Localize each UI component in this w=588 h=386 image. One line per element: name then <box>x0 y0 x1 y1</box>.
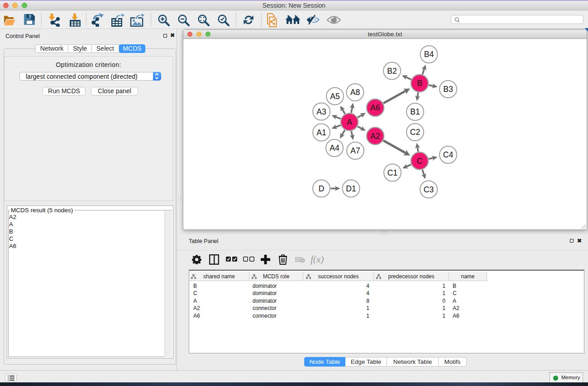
svg-text:A2: A2 <box>370 132 380 141</box>
svg-text:B: B <box>417 79 422 88</box>
svg-text:A: A <box>347 118 352 127</box>
svg-text:A8: A8 <box>350 88 360 97</box>
svg-text:B3: B3 <box>443 85 453 94</box>
svg-text:A5: A5 <box>330 92 339 101</box>
svg-text:C: C <box>417 157 423 166</box>
svg-text:C2: C2 <box>410 128 420 137</box>
svg-text:B4: B4 <box>424 50 434 59</box>
svg-text:D: D <box>319 184 325 193</box>
svg-text:A7: A7 <box>350 146 360 155</box>
svg-text:C4: C4 <box>443 150 454 159</box>
svg-text:A4: A4 <box>330 143 339 152</box>
svg-text:A6: A6 <box>370 103 380 112</box>
svg-text:A1: A1 <box>316 128 326 137</box>
svg-text:B2: B2 <box>387 67 397 76</box>
svg-text:C1: C1 <box>387 168 397 177</box>
svg-text:B1: B1 <box>410 107 420 116</box>
svg-text:A3: A3 <box>316 107 326 116</box>
svg-text:D1: D1 <box>346 184 356 193</box>
svg-text:C3: C3 <box>424 185 434 194</box>
